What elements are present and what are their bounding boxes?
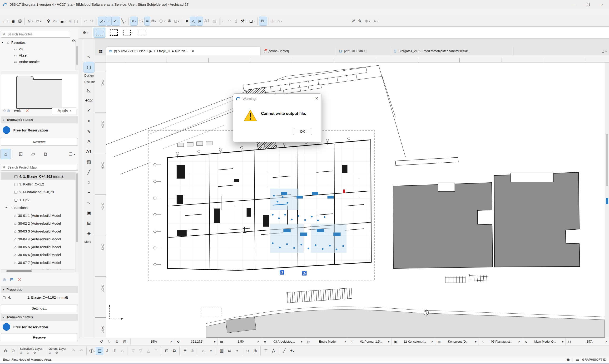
canvas-vertical-scrollbar[interactable] xyxy=(605,63,609,338)
redo-button[interactable]: ↷ xyxy=(89,17,95,26)
arc-edit-button[interactable]: ◠ xyxy=(226,17,233,26)
sections-group[interactable]: ▾ ⌂ Sections xyxy=(1,204,78,212)
bottom-toolbar-icon[interactable] xyxy=(86,347,87,355)
menu-item[interactable] xyxy=(51,12,59,13)
go-up-story-button[interactable]: ⇧ xyxy=(111,347,118,355)
split-button[interactable]: ⚒▾ xyxy=(239,17,248,26)
spline-display-button[interactable]: ≈ xyxy=(233,347,240,355)
layer-settings-button[interactable]: ≣▾ xyxy=(59,17,67,26)
bottom-toolbar-icon[interactable] xyxy=(216,347,216,355)
layout-book-icon[interactable]: ▱ xyxy=(28,149,38,159)
infobox-settings-button[interactable]: ⚙▸ xyxy=(79,27,92,38)
marquee-tool[interactable]: ▢ xyxy=(84,62,94,72)
section-item[interactable]: ⌂ 30-03 3 (Auto-rebuild Model xyxy=(1,227,78,235)
partial-structure-field[interactable]: ▤ Entire Model ▶ xyxy=(305,338,348,345)
bottom-toolbar-icon[interactable] xyxy=(161,347,161,355)
chevron-right-icon[interactable]: ▸ xyxy=(74,153,75,156)
drawing-canvas[interactable]: 1 ♿ ♿ xyxy=(106,63,605,338)
snap-line-button[interactable]: ╲▾ xyxy=(120,17,127,26)
arrow-tool[interactable]: ↖ xyxy=(84,52,94,62)
measure-button[interactable]: ⊔▾ xyxy=(173,17,181,26)
toolbar-icon[interactable] xyxy=(129,17,129,25)
tab-storgata-ark[interactable]: ▯ Storgata1_ARK - med romobjekter sanitæ… xyxy=(391,47,514,55)
transform-box-button[interactable]: ⧉▾ xyxy=(259,17,267,26)
spline-tool[interactable]: ∿ xyxy=(84,197,94,208)
dimension-tool[interactable]: ◺ xyxy=(84,85,94,95)
line-weight-button[interactable]: ≋ xyxy=(226,347,233,355)
graphic-override-field[interactable]: ▥ Konsulent (D... ▶ xyxy=(435,338,479,345)
lock-layer-toggle-icon[interactable]: ⊙ xyxy=(10,347,17,355)
favorites-search-input[interactable] xyxy=(7,32,68,36)
pipette-button[interactable]: ✐ xyxy=(350,17,357,26)
bottom-toolbar-icon[interactable] xyxy=(179,347,180,355)
toolbox-group-more[interactable]: More xyxy=(84,238,94,245)
library-manager-button[interactable]: ⌂▾ xyxy=(52,17,59,26)
display-icon[interactable]: ▭ xyxy=(576,357,579,362)
chevron-down-icon[interactable]: ▾ xyxy=(5,206,9,209)
marquee-all-stories-button[interactable] xyxy=(108,27,120,38)
roof-wizard-button[interactable]: ⌂▾ xyxy=(276,17,283,26)
dimension-style-field[interactable]: ⊟ _STA ▶ xyxy=(566,338,609,345)
fill-background-button[interactable]: ▨ xyxy=(211,17,218,26)
drawing-tool[interactable]: ⊞ xyxy=(84,218,94,228)
snap-points-button[interactable]: ✓▾ xyxy=(112,17,120,26)
favorites-item[interactable]: ▭ Andre arealer xyxy=(1,58,78,65)
toolbar-icon[interactable] xyxy=(182,17,182,25)
bottom-toolbar-icon[interactable] xyxy=(242,347,242,355)
layers-quick-button[interactable]: ≣ xyxy=(181,347,189,355)
dimension-units-button[interactable]: ≚ xyxy=(166,17,173,26)
favorites-scrollbar[interactable] xyxy=(75,39,79,70)
polyline-tool[interactable]: ⌐ xyxy=(84,187,94,197)
layer-combination-field[interactable]: ≣ 03 Arbeidsteg... ▶ xyxy=(261,338,305,345)
section-item[interactable]: ⌂ 30-01 1 (Auto-rebuild Model xyxy=(1,212,78,220)
maximize-button[interactable]: ▢ xyxy=(582,0,595,9)
perspective-button[interactable]: ⧉ xyxy=(171,347,178,355)
model-view-options-field[interactable]: ▣ 12 Konsulent (... ▶ xyxy=(392,338,435,345)
menu-item[interactable] xyxy=(59,12,66,13)
teamwork-status-header[interactable]: ▾ Teamwork Status xyxy=(1,116,78,123)
delete-icon[interactable]: ✕ xyxy=(25,108,29,114)
design-option-field[interactable]: ≋ Main Model O... ▶ xyxy=(522,338,566,345)
favorites-root[interactable]: ▾ ☆ Favorites xyxy=(1,39,78,46)
save-button[interactable]: ▣ xyxy=(10,17,17,26)
zoom-back-button[interactable]: ↺ xyxy=(98,339,105,344)
toolbar-icon[interactable] xyxy=(257,17,258,25)
toolbox-group-design[interactable]: Design xyxy=(84,72,94,79)
wall-reference-button[interactable]: ⊫ xyxy=(196,17,203,26)
toolbar-icon[interactable] xyxy=(97,17,97,25)
undo-button[interactable]: ↶ xyxy=(82,17,89,26)
favorites-item[interactable]: ▭ Akser xyxy=(1,52,78,58)
hotspot-tool[interactable]: ◈ xyxy=(84,228,94,238)
tab-close-icon[interactable]: × xyxy=(192,49,194,53)
menu-item[interactable] xyxy=(30,12,37,13)
axonometry-button[interactable]: ◬ xyxy=(190,17,196,26)
section-item[interactable]: ⌂ 30-04 4 (Auto-rebuild Model xyxy=(1,235,78,243)
elevate-button[interactable]: ↥ xyxy=(233,17,239,26)
delete-icon[interactable]: ✕ xyxy=(17,277,21,283)
section-item[interactable]: ⌂ 30-05 5 (Auto-rebuild Model xyxy=(1,243,78,251)
tab-dwg-plan[interactable]: ⧉ (!) A-DWG-21-01 Plan 1 [4. 1. Etasje_C… xyxy=(106,47,260,55)
selection-layer-icons[interactable]: ⊘ ⊙ ⊚ xyxy=(20,351,43,355)
story-item[interactable]: ▢ 4. 1. Etasje_C+4,162 innmå xyxy=(1,172,78,180)
marquee-single-story-button[interactable] xyxy=(94,27,105,38)
chevron-down-icon[interactable]: ▾ xyxy=(1,41,5,44)
teamwork-status-header-bottom[interactable]: ▾ Teamwork Status xyxy=(1,314,78,321)
bring-forward-icon[interactable]: △ xyxy=(145,347,152,355)
leader-tool[interactable]: ⇘ xyxy=(84,126,94,136)
label-tool[interactable]: A1 xyxy=(84,146,94,157)
properties-header[interactable]: ▾ Properties xyxy=(1,286,78,293)
add-view-icon[interactable]: ⊕ xyxy=(3,277,6,282)
tab-a21-plan[interactable]: ⊡ [A21-01 Plan 1] xyxy=(336,47,391,55)
fit-in-window-button[interactable]: ⊡ xyxy=(121,339,129,344)
redo-icon[interactable]: ↷ xyxy=(70,347,77,355)
figure-tool[interactable]: ▣ xyxy=(84,208,94,218)
dialog-close-icon[interactable]: ✕ xyxy=(315,96,318,101)
fill-tool[interactable]: ▨ xyxy=(84,157,94,167)
section-item[interactable]: ⌂ 30-02 2 (Auto-rebuild Model xyxy=(1,220,78,227)
new-file-button[interactable]: ▱▾ xyxy=(2,17,10,26)
level-dimension-tool[interactable]: ⌖ xyxy=(84,116,94,126)
project-tree-hscrollbar[interactable] xyxy=(1,269,75,273)
section-item[interactable]: ⌂ 30-07 7 (Auto-rebuild Model xyxy=(1,259,78,267)
copy-options-button[interactable]: ⎘▾ xyxy=(26,17,34,26)
settings-button[interactable]: Settings... xyxy=(1,305,78,312)
